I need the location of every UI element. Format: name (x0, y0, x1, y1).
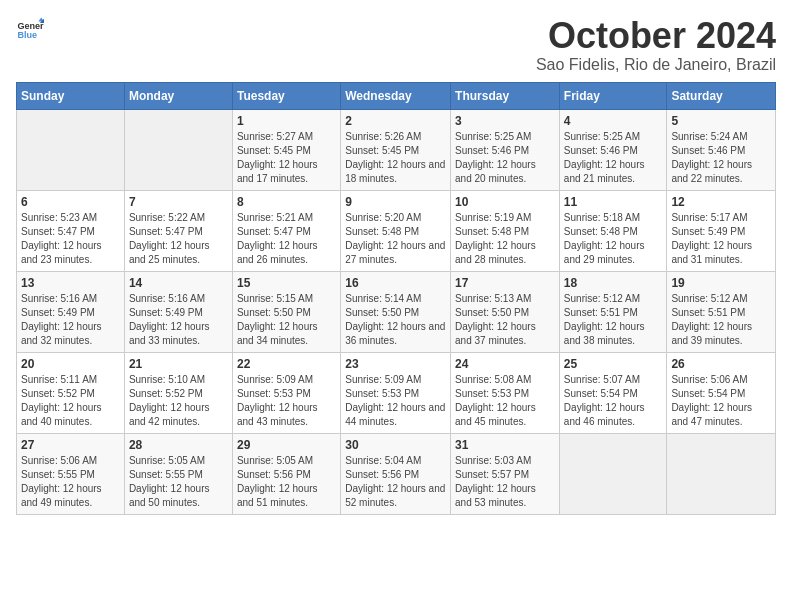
day-info: Sunrise: 5:22 AMSunset: 5:47 PMDaylight:… (129, 211, 228, 267)
calendar-cell: 27Sunrise: 5:06 AMSunset: 5:55 PMDayligh… (17, 433, 125, 514)
calendar-cell: 31Sunrise: 5:03 AMSunset: 5:57 PMDayligh… (451, 433, 560, 514)
calendar-cell: 3Sunrise: 5:25 AMSunset: 5:46 PMDaylight… (451, 109, 560, 190)
day-number: 6 (21, 195, 120, 209)
calendar-cell: 12Sunrise: 5:17 AMSunset: 5:49 PMDayligh… (667, 190, 776, 271)
calendar-cell: 30Sunrise: 5:04 AMSunset: 5:56 PMDayligh… (341, 433, 451, 514)
day-info: Sunrise: 5:19 AMSunset: 5:48 PMDaylight:… (455, 211, 555, 267)
day-info: Sunrise: 5:16 AMSunset: 5:49 PMDaylight:… (129, 292, 228, 348)
header-saturday: Saturday (667, 82, 776, 109)
calendar-cell: 8Sunrise: 5:21 AMSunset: 5:47 PMDaylight… (232, 190, 340, 271)
calendar-cell: 25Sunrise: 5:07 AMSunset: 5:54 PMDayligh… (559, 352, 667, 433)
day-info: Sunrise: 5:05 AMSunset: 5:55 PMDaylight:… (129, 454, 228, 510)
day-info: Sunrise: 5:06 AMSunset: 5:54 PMDaylight:… (671, 373, 771, 429)
day-info: Sunrise: 5:09 AMSunset: 5:53 PMDaylight:… (237, 373, 336, 429)
calendar-cell: 26Sunrise: 5:06 AMSunset: 5:54 PMDayligh… (667, 352, 776, 433)
day-number: 21 (129, 357, 228, 371)
day-info: Sunrise: 5:18 AMSunset: 5:48 PMDaylight:… (564, 211, 663, 267)
day-number: 8 (237, 195, 336, 209)
day-info: Sunrise: 5:10 AMSunset: 5:52 PMDaylight:… (129, 373, 228, 429)
day-info: Sunrise: 5:07 AMSunset: 5:54 PMDaylight:… (564, 373, 663, 429)
day-number: 3 (455, 114, 555, 128)
day-info: Sunrise: 5:25 AMSunset: 5:46 PMDaylight:… (455, 130, 555, 186)
calendar-cell: 29Sunrise: 5:05 AMSunset: 5:56 PMDayligh… (232, 433, 340, 514)
svg-text:Blue: Blue (17, 30, 37, 40)
calendar-cell: 14Sunrise: 5:16 AMSunset: 5:49 PMDayligh… (124, 271, 232, 352)
calendar-week-row: 6Sunrise: 5:23 AMSunset: 5:47 PMDaylight… (17, 190, 776, 271)
header-thursday: Thursday (451, 82, 560, 109)
day-number: 24 (455, 357, 555, 371)
day-info: Sunrise: 5:12 AMSunset: 5:51 PMDaylight:… (671, 292, 771, 348)
day-number: 22 (237, 357, 336, 371)
day-number: 23 (345, 357, 446, 371)
day-info: Sunrise: 5:11 AMSunset: 5:52 PMDaylight:… (21, 373, 120, 429)
day-number: 19 (671, 276, 771, 290)
logo: General Blue (16, 16, 44, 44)
calendar-cell (124, 109, 232, 190)
day-number: 7 (129, 195, 228, 209)
calendar-cell: 9Sunrise: 5:20 AMSunset: 5:48 PMDaylight… (341, 190, 451, 271)
calendar-week-row: 27Sunrise: 5:06 AMSunset: 5:55 PMDayligh… (17, 433, 776, 514)
day-info: Sunrise: 5:16 AMSunset: 5:49 PMDaylight:… (21, 292, 120, 348)
day-number: 15 (237, 276, 336, 290)
day-number: 31 (455, 438, 555, 452)
calendar-cell: 10Sunrise: 5:19 AMSunset: 5:48 PMDayligh… (451, 190, 560, 271)
day-number: 17 (455, 276, 555, 290)
calendar-cell: 4Sunrise: 5:25 AMSunset: 5:46 PMDaylight… (559, 109, 667, 190)
day-number: 27 (21, 438, 120, 452)
day-info: Sunrise: 5:09 AMSunset: 5:53 PMDaylight:… (345, 373, 446, 429)
day-info: Sunrise: 5:15 AMSunset: 5:50 PMDaylight:… (237, 292, 336, 348)
day-info: Sunrise: 5:03 AMSunset: 5:57 PMDaylight:… (455, 454, 555, 510)
page-header: General Blue October 2024 Sao Fidelis, R… (16, 16, 776, 74)
day-info: Sunrise: 5:14 AMSunset: 5:50 PMDaylight:… (345, 292, 446, 348)
day-number: 4 (564, 114, 663, 128)
header-tuesday: Tuesday (232, 82, 340, 109)
calendar-cell: 7Sunrise: 5:22 AMSunset: 5:47 PMDaylight… (124, 190, 232, 271)
header-wednesday: Wednesday (341, 82, 451, 109)
day-number: 5 (671, 114, 771, 128)
day-number: 12 (671, 195, 771, 209)
day-info: Sunrise: 5:23 AMSunset: 5:47 PMDaylight:… (21, 211, 120, 267)
day-number: 13 (21, 276, 120, 290)
calendar-header-row: SundayMondayTuesdayWednesdayThursdayFrid… (17, 82, 776, 109)
calendar-cell: 13Sunrise: 5:16 AMSunset: 5:49 PMDayligh… (17, 271, 125, 352)
calendar-cell: 18Sunrise: 5:12 AMSunset: 5:51 PMDayligh… (559, 271, 667, 352)
calendar-cell (667, 433, 776, 514)
calendar-subtitle: Sao Fidelis, Rio de Janeiro, Brazil (536, 56, 776, 74)
calendar-cell: 6Sunrise: 5:23 AMSunset: 5:47 PMDaylight… (17, 190, 125, 271)
calendar-week-row: 1Sunrise: 5:27 AMSunset: 5:45 PMDaylight… (17, 109, 776, 190)
day-info: Sunrise: 5:27 AMSunset: 5:45 PMDaylight:… (237, 130, 336, 186)
calendar-cell: 17Sunrise: 5:13 AMSunset: 5:50 PMDayligh… (451, 271, 560, 352)
title-area: October 2024 Sao Fidelis, Rio de Janeiro… (536, 16, 776, 74)
calendar-cell: 11Sunrise: 5:18 AMSunset: 5:48 PMDayligh… (559, 190, 667, 271)
day-number: 18 (564, 276, 663, 290)
calendar-table: SundayMondayTuesdayWednesdayThursdayFrid… (16, 82, 776, 515)
header-sunday: Sunday (17, 82, 125, 109)
calendar-cell: 22Sunrise: 5:09 AMSunset: 5:53 PMDayligh… (232, 352, 340, 433)
calendar-cell: 1Sunrise: 5:27 AMSunset: 5:45 PMDaylight… (232, 109, 340, 190)
calendar-title: October 2024 (536, 16, 776, 56)
calendar-cell: 16Sunrise: 5:14 AMSunset: 5:50 PMDayligh… (341, 271, 451, 352)
day-info: Sunrise: 5:24 AMSunset: 5:46 PMDaylight:… (671, 130, 771, 186)
calendar-cell: 20Sunrise: 5:11 AMSunset: 5:52 PMDayligh… (17, 352, 125, 433)
calendar-week-row: 20Sunrise: 5:11 AMSunset: 5:52 PMDayligh… (17, 352, 776, 433)
calendar-cell: 15Sunrise: 5:15 AMSunset: 5:50 PMDayligh… (232, 271, 340, 352)
day-number: 16 (345, 276, 446, 290)
calendar-cell: 5Sunrise: 5:24 AMSunset: 5:46 PMDaylight… (667, 109, 776, 190)
day-number: 10 (455, 195, 555, 209)
day-info: Sunrise: 5:17 AMSunset: 5:49 PMDaylight:… (671, 211, 771, 267)
calendar-cell: 23Sunrise: 5:09 AMSunset: 5:53 PMDayligh… (341, 352, 451, 433)
logo-icon: General Blue (16, 16, 44, 44)
calendar-week-row: 13Sunrise: 5:16 AMSunset: 5:49 PMDayligh… (17, 271, 776, 352)
calendar-cell: 2Sunrise: 5:26 AMSunset: 5:45 PMDaylight… (341, 109, 451, 190)
day-info: Sunrise: 5:12 AMSunset: 5:51 PMDaylight:… (564, 292, 663, 348)
calendar-cell (17, 109, 125, 190)
calendar-cell: 21Sunrise: 5:10 AMSunset: 5:52 PMDayligh… (124, 352, 232, 433)
calendar-cell: 28Sunrise: 5:05 AMSunset: 5:55 PMDayligh… (124, 433, 232, 514)
day-number: 26 (671, 357, 771, 371)
day-number: 14 (129, 276, 228, 290)
day-number: 11 (564, 195, 663, 209)
svg-text:General: General (17, 21, 44, 31)
day-info: Sunrise: 5:05 AMSunset: 5:56 PMDaylight:… (237, 454, 336, 510)
day-number: 25 (564, 357, 663, 371)
header-friday: Friday (559, 82, 667, 109)
